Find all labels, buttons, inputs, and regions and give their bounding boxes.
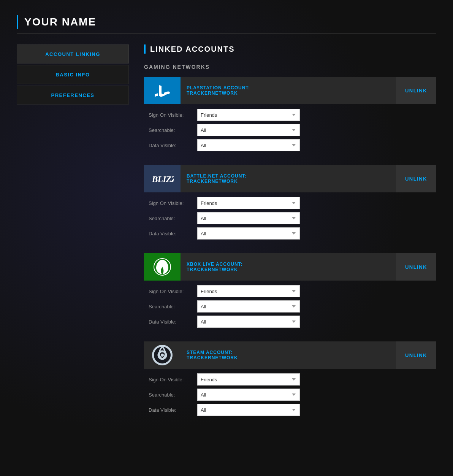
blizzard-account-info: BATTLE.NET ACCOUNT: TRACKERNETWORK	[181, 165, 396, 192]
blizzard-searchable-select[interactable]: All Friends None	[197, 212, 300, 224]
blizzard-sign-on-select[interactable]: Friends All None	[197, 197, 300, 209]
blizzard-account-username: TRACKERNETWORK	[187, 179, 390, 184]
sidebar-item-preferences[interactable]: PREFERENCES	[17, 86, 129, 105]
blizzard-searchable-row: Searchable: All Friends None	[144, 212, 436, 224]
psn-settings: Sign On Visible: Friends All None Search…	[144, 104, 436, 156]
sidebar-label-preferences: PREFERENCES	[51, 92, 94, 98]
psn-unlink-button[interactable]: UNLINK	[396, 77, 436, 104]
account-header-xbox: XBOX LIVE ACCOUNT: TRACKERNETWORK UNLINK	[144, 253, 436, 281]
steam-data-visible-label: Data Visible:	[144, 407, 197, 413]
xbox-data-visible-row: Data Visible: All Friends None	[144, 316, 436, 328]
blizzard-sign-on-row: Sign On Visible: Friends All None	[144, 197, 436, 209]
steam-account-info: STEAM ACCOUNT: TRACKERNETWORK	[181, 341, 396, 369]
psn-searchable-select[interactable]: All Friends None	[197, 124, 300, 136]
psn-sign-on-row: Sign On Visible: Friends All None	[144, 109, 436, 121]
blizzard-data-visible-row: Data Visible: All Friends None	[144, 227, 436, 240]
psn-data-visible-row: Data Visible: All Friends None	[144, 139, 436, 151]
sub-section-title: GAMING NETWORKS	[144, 64, 436, 70]
psn-account-username: TRACKERNETWORK	[187, 90, 390, 96]
account-block-blizzard: BLIZZARD BATTLE.NET ACCOUNT: TRACKERNETW…	[144, 165, 436, 244]
xbox-searchable-label: Searchable:	[144, 304, 197, 309]
steam-searchable-label: Searchable:	[144, 392, 197, 398]
steam-sign-on-row: Sign On Visible: Friends All None	[144, 373, 436, 386]
blizzard-data-visible-select[interactable]: All Friends None	[197, 227, 300, 240]
sidebar: ACCOUNT LINKING BASIC INFO PREFERENCES	[17, 44, 129, 430]
xbox-settings: Sign On Visible: Friends All None Search…	[144, 281, 436, 332]
blizzard-unlink-button[interactable]: UNLINK	[396, 165, 436, 192]
sidebar-label-account-linking: ACCOUNT LINKING	[45, 51, 100, 57]
section-divider	[144, 56, 436, 56]
blizzard-sign-on-label: Sign On Visible:	[144, 200, 197, 206]
xbox-sign-on-row: Sign On Visible: Friends All None	[144, 285, 436, 297]
sidebar-item-basic-info[interactable]: BASIC INFO	[17, 65, 129, 84]
xbox-searchable-row: Searchable: All Friends None	[144, 300, 436, 313]
page-title-bar: YOUR NAME	[17, 15, 436, 29]
steam-data-visible-select[interactable]: All Friends None	[197, 404, 300, 416]
steam-sign-on-select[interactable]: Friends All None	[197, 373, 300, 386]
account-block-xbox: XBOX LIVE ACCOUNT: TRACKERNETWORK UNLINK…	[144, 253, 436, 332]
section-header: LINKED ACCOUNTS	[144, 44, 436, 54]
account-header-blizzard: BLIZZARD BATTLE.NET ACCOUNT: TRACKERNETW…	[144, 165, 436, 192]
steam-searchable-row: Searchable: All Friends None	[144, 389, 436, 401]
account-block-steam: STEAM ACCOUNT: TRACKERNETWORK UNLINK Sig…	[144, 341, 436, 420]
xbox-sign-on-label: Sign On Visible:	[144, 289, 197, 294]
blizzard-data-visible-label: Data Visible:	[144, 231, 197, 236]
psn-sign-on-label: Sign On Visible:	[144, 112, 197, 118]
xbox-account-info: XBOX LIVE ACCOUNT: TRACKERNETWORK	[181, 253, 396, 281]
section-title: LINKED ACCOUNTS	[150, 45, 235, 54]
xbox-sign-on-select[interactable]: Friends All None	[197, 285, 300, 297]
xbox-account-label: XBOX LIVE ACCOUNT:	[187, 262, 390, 267]
main-content: LINKED ACCOUNTS GAMING NETWORKS PLAYSTAT…	[144, 44, 436, 430]
xbox-icon	[144, 253, 181, 281]
svg-point-5	[161, 354, 164, 357]
steam-settings: Sign On Visible: Friends All None Search…	[144, 369, 436, 420]
psn-account-label: PLAYSTATION ACCOUNT:	[187, 85, 390, 90]
xbox-searchable-select[interactable]: All Friends None	[197, 300, 300, 313]
xbox-account-username: TRACKERNETWORK	[187, 267, 390, 272]
psn-searchable-label: Searchable:	[144, 127, 197, 133]
steam-sign-on-label: Sign On Visible:	[144, 377, 197, 382]
steam-unlink-button[interactable]: UNLINK	[396, 341, 436, 369]
sidebar-label-basic-info: BASIC INFO	[55, 72, 90, 78]
blizzard-settings: Sign On Visible: Friends All None Search…	[144, 192, 436, 244]
psn-searchable-row: Searchable: All Friends None	[144, 124, 436, 136]
xbox-data-visible-select[interactable]: All Friends None	[197, 316, 300, 328]
title-accent	[17, 15, 18, 29]
psn-account-info: PLAYSTATION ACCOUNT: TRACKERNETWORK	[181, 77, 396, 104]
steam-searchable-select[interactable]: All Friends None	[197, 389, 300, 401]
sidebar-item-account-linking[interactable]: ACCOUNT LINKING	[17, 44, 129, 63]
main-layout: ACCOUNT LINKING BASIC INFO PREFERENCES L…	[17, 44, 436, 430]
steam-data-visible-row: Data Visible: All Friends None	[144, 404, 436, 416]
page-divider	[17, 33, 436, 34]
section-accent	[144, 44, 146, 54]
steam-account-username: TRACKERNETWORK	[187, 355, 390, 360]
blizzard-account-label: BATTLE.NET ACCOUNT:	[187, 173, 390, 179]
blizzard-searchable-label: Searchable:	[144, 216, 197, 221]
blizzard-icon: BLIZZARD	[144, 165, 181, 192]
account-header-steam: STEAM ACCOUNT: TRACKERNETWORK UNLINK	[144, 341, 436, 369]
page-title: YOUR NAME	[24, 16, 96, 28]
psn-icon	[144, 77, 181, 104]
steam-icon	[144, 341, 181, 369]
psn-sign-on-select[interactable]: Friends All None	[197, 109, 300, 121]
xbox-unlink-button[interactable]: UNLINK	[396, 253, 436, 281]
psn-data-visible-label: Data Visible:	[144, 143, 197, 148]
account-header-psn: PLAYSTATION ACCOUNT: TRACKERNETWORK UNLI…	[144, 77, 436, 104]
psn-data-visible-select[interactable]: All Friends None	[197, 139, 300, 151]
xbox-data-visible-label: Data Visible:	[144, 319, 197, 325]
svg-text:BLIZZARD: BLIZZARD	[152, 174, 174, 184]
account-block-psn: PLAYSTATION ACCOUNT: TRACKERNETWORK UNLI…	[144, 77, 436, 156]
steam-account-label: STEAM ACCOUNT:	[187, 350, 390, 355]
